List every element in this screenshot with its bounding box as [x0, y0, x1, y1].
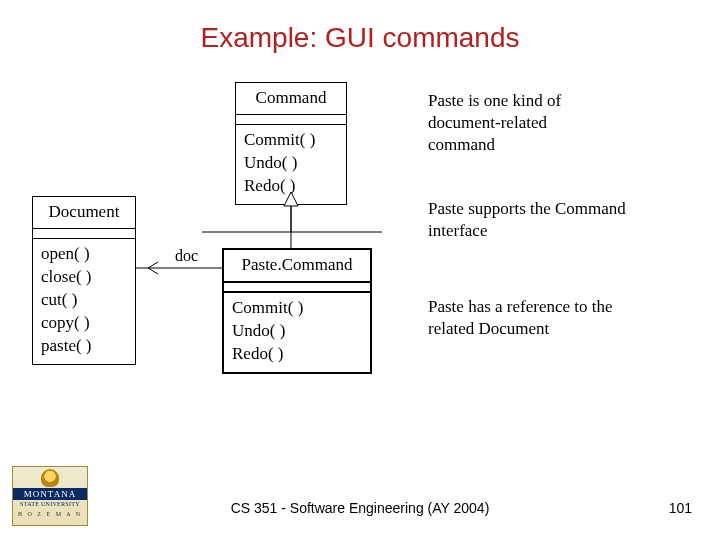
- uml-class-command: Command Commit( ) Undo( ) Redo( ): [235, 82, 347, 205]
- association-label-doc: doc: [175, 247, 198, 265]
- op: copy( ): [41, 312, 127, 335]
- op: Commit( ): [244, 129, 338, 152]
- class-name: Document: [33, 197, 135, 229]
- op: Commit( ): [232, 297, 362, 320]
- class-name: Command: [236, 83, 346, 115]
- class-operations: Commit( ) Undo( ) Redo( ): [236, 125, 346, 204]
- op: close( ): [41, 266, 127, 289]
- class-attributes-empty: [224, 283, 370, 293]
- op: Undo( ): [244, 152, 338, 175]
- slide-title: Example: GUI commands: [0, 22, 720, 54]
- logo-crest-icon: [41, 469, 59, 487]
- op: Redo( ): [232, 343, 362, 366]
- footer-course: CS 351 - Software Engineering (AY 2004): [0, 500, 720, 516]
- logo-name: MONTANA: [13, 488, 87, 500]
- montana-state-logo: MONTANA STATE UNIVERSITY B O Z E M A N: [12, 466, 88, 526]
- class-operations: Commit( ) Undo( ) Redo( ): [224, 293, 370, 372]
- class-name: Paste.Command: [224, 250, 370, 283]
- op: paste( ): [41, 335, 127, 358]
- op: open( ): [41, 243, 127, 266]
- note-paste-interface: Paste supports the Command interface: [428, 198, 628, 242]
- class-attributes-empty: [236, 115, 346, 125]
- op: Redo( ): [244, 175, 338, 198]
- uml-class-document: Document open( ) close( ) cut( ) copy( )…: [32, 196, 136, 365]
- op: Undo( ): [232, 320, 362, 343]
- class-attributes-empty: [33, 229, 135, 239]
- uml-class-paste-command: Paste.Command Commit( ) Undo( ) Redo( ): [222, 248, 372, 374]
- class-operations: open( ) close( ) cut( ) copy( ) paste( ): [33, 239, 135, 364]
- op: cut( ): [41, 289, 127, 312]
- note-paste-kind: Paste is one kind of document-related co…: [428, 90, 618, 156]
- note-paste-reference: Paste has a reference to the related Doc…: [428, 296, 628, 340]
- footer-page-number: 101: [669, 500, 692, 516]
